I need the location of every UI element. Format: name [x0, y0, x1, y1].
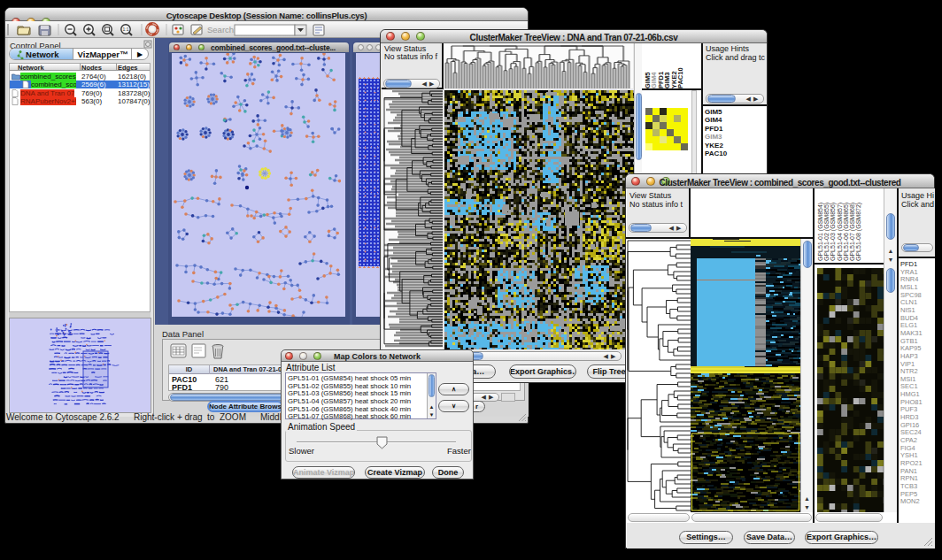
svg-text:1:1: 1:1	[123, 27, 129, 32]
svg-text:Search:: Search:	[207, 25, 236, 35]
